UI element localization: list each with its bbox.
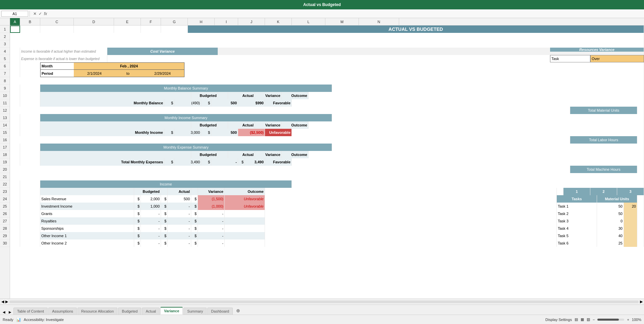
- cell-D1[interactable]: [74, 25, 114, 33]
- res-task4-budgeted: 30: [597, 225, 624, 232]
- formula-input[interactable]: [50, 12, 643, 16]
- inc-r1-d1: $: [134, 195, 141, 203]
- tab-summary[interactable]: Summary: [183, 308, 207, 315]
- formula-divider: [30, 11, 30, 17]
- zoom-minus[interactable]: −: [593, 318, 595, 322]
- col-header-L[interactable]: L: [292, 18, 325, 25]
- res-task1-actual: 20: [624, 203, 637, 210]
- cell-B24: [20, 195, 40, 203]
- spreadsheet-main[interactable]: ACTUAL VS BUDGETED Income is favorable i…: [10, 25, 644, 299]
- row-29-content: Other Income 1 $ - $ - $ - Task 5 40: [10, 232, 644, 239]
- row-1: 1: [0, 25, 10, 33]
- normal-view-icon[interactable]: ▤: [575, 317, 578, 322]
- workbook-stats-icon: 📊: [16, 317, 21, 322]
- zoom-slider[interactable]: [597, 319, 624, 321]
- cell-C1[interactable]: [40, 25, 74, 33]
- row-1-content: ACTUAL VS BUDGETED: [10, 25, 644, 33]
- accessibility-label[interactable]: Accessibility: Investigate: [24, 318, 64, 322]
- balance-variance-hdr: Variance: [255, 92, 282, 99]
- confirm-icon[interactable]: ✓: [39, 11, 42, 16]
- exp-outcome-val: Favorable: [265, 158, 292, 166]
- monthly-income-header: Monthly Income Summary: [40, 114, 332, 121]
- scroll-right-btn[interactable]: ▶: [5, 300, 8, 304]
- tab-resource-allocation[interactable]: Resource Allocation: [77, 308, 117, 315]
- row-7: 7: [0, 70, 10, 77]
- row-9: 9: [0, 85, 10, 92]
- cell-A30: [10, 239, 20, 247]
- inc-budgeted-val: 3,000: [174, 129, 201, 136]
- display-settings-label[interactable]: Display Settings: [545, 318, 572, 322]
- zoom-level: 100%: [632, 318, 641, 322]
- cell-ref-box[interactable]: [1, 11, 28, 17]
- tab-budgeted[interactable]: Budgeted: [118, 308, 141, 315]
- col-header-M[interactable]: M: [325, 18, 359, 25]
- col-header-F[interactable]: F: [141, 18, 161, 25]
- row-17-content: Monthly Expense Summary: [10, 144, 644, 151]
- tab-assumptions[interactable]: Assumptions: [48, 308, 77, 315]
- col-header-A[interactable]: A: [10, 18, 20, 25]
- col-header-K[interactable]: K: [265, 18, 292, 25]
- cell-G1[interactable]: [161, 25, 188, 33]
- inc-r7-d2: $: [161, 239, 168, 247]
- tab-scroll-left[interactable]: ◀: [1, 310, 7, 315]
- col-header-G[interactable]: G: [161, 18, 188, 25]
- col-header-H[interactable]: H: [188, 18, 215, 25]
- row10-fill: [309, 92, 644, 99]
- col-header-J[interactable]: J: [238, 18, 265, 25]
- row-2-content: [10, 33, 644, 40]
- res-task4: Task 4: [557, 225, 597, 232]
- col-header-D[interactable]: D: [74, 18, 114, 25]
- cell-A1[interactable]: [10, 25, 20, 33]
- cell-B15: [20, 129, 40, 136]
- inc-r6-d2: $: [161, 232, 168, 239]
- tab-actual[interactable]: Actual: [142, 308, 160, 315]
- inc-r2-variance: (1,000): [198, 203, 225, 210]
- monthly-income-label: Monthly Income: [40, 129, 164, 136]
- zoom-plus[interactable]: +: [627, 318, 629, 322]
- col-header-N[interactable]: N: [359, 18, 399, 25]
- scroll-arrow-right[interactable]: ▶: [640, 300, 643, 304]
- cell-B11: [20, 99, 40, 107]
- page-break-icon[interactable]: ▧: [587, 317, 590, 322]
- balance-spacer-10: [40, 92, 191, 99]
- tab-variance[interactable]: Variance: [160, 307, 183, 315]
- expense-budgeted-hdr: Budgeted: [191, 151, 218, 158]
- tab-scroll-right[interactable]: ▶: [7, 310, 13, 315]
- cell-B13: [20, 114, 40, 121]
- inc-row3-label: Grants: [40, 210, 134, 217]
- row27-end: [637, 217, 644, 225]
- horizontal-scrollbar[interactable]: [9, 301, 639, 303]
- cell-E1[interactable]: [114, 25, 141, 33]
- bal-budgeted-val: (490): [174, 99, 201, 107]
- function-icon[interactable]: fx: [44, 11, 47, 16]
- res-spacer-23: [557, 188, 564, 195]
- page-layout-icon[interactable]: ▦: [581, 317, 584, 322]
- col-header-C[interactable]: C: [40, 18, 74, 25]
- col-header-B[interactable]: B: [20, 18, 40, 25]
- inc-row7-label: Other Income 2: [40, 239, 134, 247]
- cancel-icon[interactable]: ✕: [33, 11, 37, 16]
- cell-B1[interactable]: [20, 25, 40, 33]
- col-header-E[interactable]: E: [114, 18, 141, 25]
- row-3: 3: [0, 40, 10, 48]
- row26-end: [637, 210, 644, 217]
- cell-A19: [10, 158, 20, 166]
- inc-r6-variance: -: [198, 232, 225, 239]
- col-header-I[interactable]: I: [215, 18, 238, 25]
- row-26-content: Grants $ - $ - $ - Task 2 50: [10, 210, 644, 217]
- row-19-content: Total Monthly Expenses $ 3,490 $ - $ 3,4…: [10, 158, 644, 166]
- cell-F1[interactable]: [141, 25, 161, 33]
- row-11: 11: [0, 99, 10, 107]
- tab-table-of-content[interactable]: Table of Content: [13, 308, 48, 315]
- row-8: 8: [0, 77, 10, 85]
- res-task5-budgeted: 40: [597, 232, 624, 239]
- row-16: 16: [0, 136, 10, 144]
- tab-dashboard[interactable]: Dashboard: [207, 308, 233, 315]
- row-16-content: Total Labor Hours: [10, 136, 644, 144]
- row18-fill: [309, 151, 644, 158]
- add-sheet-button[interactable]: ⊕: [233, 307, 243, 315]
- scroll-left-btn[interactable]: ◀: [1, 300, 4, 304]
- bal-spacer2: [218, 92, 228, 99]
- row-26: 26: [0, 210, 10, 217]
- inc-r5-budgeted: -: [141, 225, 161, 232]
